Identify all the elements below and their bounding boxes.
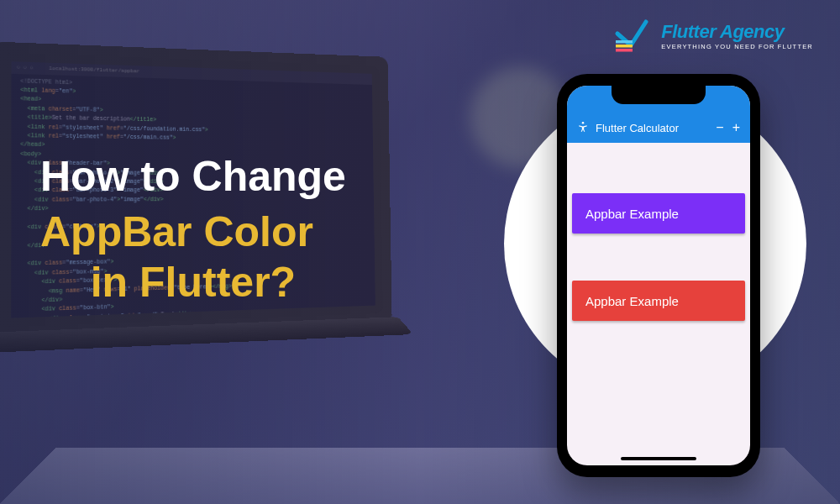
title-line-1: How to Change [40, 151, 346, 202]
minus-icon: − [716, 120, 723, 135]
phone-mockup: Flutter Calculator − + Appbar Example Ap… [557, 74, 760, 477]
svg-rect-1 [616, 45, 633, 48]
appbar-example-red: Appbar Example [572, 281, 745, 321]
phone-notch [612, 86, 706, 104]
svg-rect-0 [616, 40, 633, 44]
accessibility-icon [577, 121, 589, 135]
example-label: Appbar Example [585, 207, 679, 221]
title-line-2: AppBar Color [40, 207, 346, 257]
home-indicator [621, 457, 696, 460]
title-line-3: in Flutter? [40, 257, 346, 307]
brand-name: Flutter Agency [661, 21, 813, 43]
phone-app-bar: Flutter Calculator − + [567, 113, 750, 143]
appbar-title: Flutter Calculator [596, 122, 679, 134]
brand-logo-block: Flutter Agency EVERYTHING YOU NEED FOR F… [614, 17, 813, 54]
flutter-agency-logo-icon [614, 17, 651, 54]
example-label: Appbar Example [585, 294, 679, 308]
plus-icon: + [732, 120, 740, 135]
svg-rect-2 [616, 49, 633, 52]
svg-point-3 [582, 122, 585, 124]
appbar-example-purple: Appbar Example [572, 193, 745, 234]
main-title: How to Change AppBar Color in Flutter? [40, 151, 346, 307]
brand-tagline: EVERYTHING YOU NEED FOR FLUTTER [661, 43, 813, 50]
